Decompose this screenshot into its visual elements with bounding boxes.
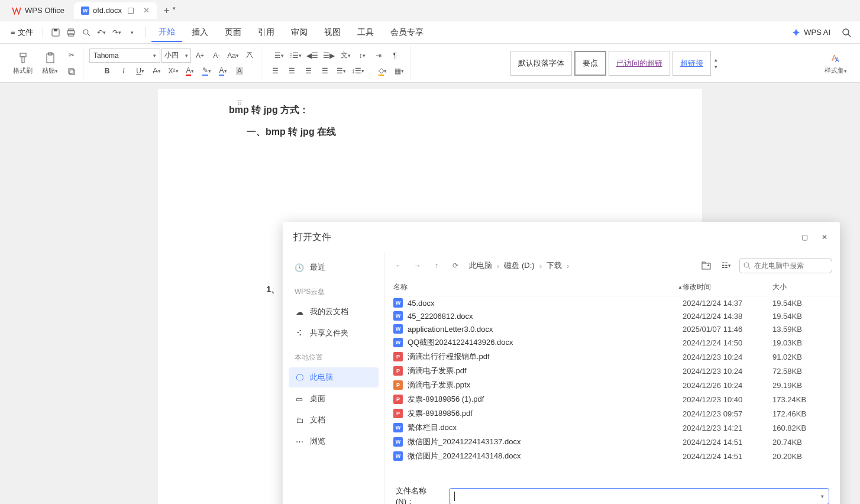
file-menu-button[interactable]: ≡ 文件 bbox=[7, 25, 37, 40]
chevron-down-icon[interactable]: ▾ bbox=[173, 5, 176, 16]
increase-indent-button[interactable]: ☰▶ bbox=[321, 48, 337, 63]
nav-forward-icon[interactable]: → bbox=[412, 260, 423, 271]
menu-insert[interactable]: 插入 bbox=[185, 24, 215, 41]
view-mode-button[interactable]: ☷▾ bbox=[719, 259, 733, 273]
italic-button[interactable]: I bbox=[116, 63, 131, 79]
search-box[interactable] bbox=[739, 258, 832, 273]
col-name-header[interactable]: 名称 ▲ bbox=[393, 282, 683, 292]
breadcrumb-item[interactable]: 下载 bbox=[547, 260, 562, 271]
paste-button[interactable]: 粘贴▾ bbox=[38, 50, 62, 76]
menu-reference[interactable]: 引用 bbox=[251, 24, 282, 41]
copy-button[interactable] bbox=[64, 64, 79, 79]
style-visited-link[interactable]: 已访问的超链 bbox=[609, 51, 670, 76]
text-direction-button[interactable]: 文▾ bbox=[338, 48, 353, 63]
grow-font-button[interactable]: A+ bbox=[192, 48, 208, 63]
font-select[interactable]: Tahoma▾ bbox=[89, 49, 160, 63]
restore-icon[interactable] bbox=[128, 8, 134, 14]
file-row[interactable]: W微信图片_20241224143137.docx2024/12/24 14:5… bbox=[385, 435, 840, 449]
distribute-button[interactable]: ☰▾ bbox=[334, 63, 349, 79]
close-icon[interactable]: ✕ bbox=[820, 232, 829, 242]
file-row[interactable]: P滴滴电子发票.pptx2024/12/26 10:2429.19KB bbox=[385, 378, 840, 392]
search-button[interactable] bbox=[840, 26, 853, 39]
show-marks-button[interactable]: ¶ bbox=[387, 48, 403, 63]
file-row[interactable]: P滴滴出行行程报销单.pdf2024/12/23 10:2491.02KB bbox=[385, 350, 840, 364]
tab-button[interactable]: ⇥ bbox=[371, 48, 386, 63]
menu-view[interactable]: 视图 bbox=[317, 24, 348, 41]
redo-button[interactable]: ↷▾ bbox=[111, 26, 124, 39]
file-row[interactable]: WQQ截图20241224143926.docx2024/12/24 14:50… bbox=[385, 335, 840, 350]
new-tab-button[interactable]: + ▾ bbox=[164, 5, 176, 16]
search-input[interactable] bbox=[754, 261, 840, 270]
breadcrumb-item[interactable]: 此电脑 bbox=[469, 260, 492, 271]
qat-more-button[interactable]: ▾ bbox=[126, 26, 139, 39]
align-center-button[interactable]: ☰ bbox=[284, 63, 299, 79]
style-scroll-up[interactable]: ▴ bbox=[714, 57, 717, 63]
align-justify-button[interactable]: ☰ bbox=[317, 63, 332, 79]
file-row[interactable]: W45_22206812.docx2024/12/24 14:3819.54KB bbox=[385, 309, 840, 322]
col-size-header[interactable]: 大小 bbox=[772, 282, 832, 292]
print-preview-button[interactable] bbox=[80, 26, 93, 39]
menu-page[interactable]: 页面 bbox=[218, 24, 248, 41]
style-set-button[interactable]: AA 样式集▾ bbox=[821, 50, 851, 76]
sidebar-my-cloud[interactable]: ☁ 我的云文档 bbox=[289, 302, 379, 322]
nav-up-icon[interactable]: ↑ bbox=[431, 260, 442, 271]
menu-start[interactable]: 开始 bbox=[151, 23, 182, 42]
sort-button[interactable]: ↕▾ bbox=[354, 48, 370, 63]
sidebar-browse[interactable]: ⋯ 浏览 bbox=[289, 431, 379, 451]
drag-handle-icon[interactable]: ⠿ bbox=[234, 98, 245, 109]
align-left-button[interactable]: ☰ bbox=[267, 63, 283, 79]
menu-member[interactable]: 会员专享 bbox=[383, 24, 431, 41]
file-row[interactable]: P发票-89189856 (1).pdf2024/12/23 10:40173.… bbox=[385, 392, 840, 406]
highlight-button[interactable]: ✎▾ bbox=[199, 63, 214, 79]
strikethrough-button[interactable]: A▾ bbox=[149, 63, 164, 79]
font-color-button[interactable]: A▾ bbox=[182, 63, 198, 79]
sidebar-this-pc[interactable]: 🖵 此电脑 bbox=[289, 367, 379, 387]
style-default[interactable]: 默认段落字体 bbox=[510, 51, 572, 76]
nav-back-icon[interactable]: ← bbox=[393, 260, 404, 271]
clear-format-button[interactable] bbox=[242, 48, 257, 63]
underline-button[interactable]: U▾ bbox=[132, 63, 148, 79]
bold-button[interactable]: B bbox=[99, 63, 115, 79]
filename-input[interactable]: ▾ bbox=[449, 488, 829, 504]
breadcrumb[interactable]: 此电脑 › 磁盘 (D:) › 下载 › bbox=[469, 260, 691, 271]
home-tab[interactable]: WPS Office bbox=[5, 2, 72, 19]
numbering-button[interactable]: ⁝☰▾ bbox=[288, 48, 303, 63]
file-row[interactable]: W繁体栏目.docx2024/12/23 14:21160.82KB bbox=[385, 421, 840, 435]
menu-tools[interactable]: 工具 bbox=[350, 24, 381, 41]
wps-ai-button[interactable]: WPS AI bbox=[792, 28, 830, 37]
menu-review[interactable]: 审阅 bbox=[284, 24, 315, 41]
sidebar-desktop[interactable]: ▭ 桌面 bbox=[289, 389, 379, 409]
file-row[interactable]: P滴滴电子发票.pdf2024/12/23 10:2472.58KB bbox=[385, 364, 840, 378]
nav-refresh-icon[interactable]: ⟳ bbox=[450, 260, 461, 271]
maximize-icon[interactable]: ▢ bbox=[800, 232, 809, 242]
bullets-button[interactable]: ☰▾ bbox=[271, 48, 287, 63]
fill-color-button[interactable]: ◇▾ bbox=[375, 63, 390, 79]
sidebar-shared[interactable]: ⠪ 共享文件夹 bbox=[289, 323, 379, 343]
file-row[interactable]: WapplicationLetter3.0.docx2025/01/07 11:… bbox=[385, 322, 840, 335]
size-select[interactable]: 小四▾ bbox=[161, 49, 191, 63]
cut-button[interactable]: ✂ bbox=[64, 47, 79, 63]
style-point[interactable]: 要点 bbox=[574, 51, 606, 76]
borders-button[interactable]: ▦▾ bbox=[392, 63, 407, 79]
new-folder-button[interactable]: + bbox=[699, 259, 713, 273]
text-effects-button[interactable]: A▾ bbox=[215, 63, 231, 79]
close-tab-icon[interactable]: ✕ bbox=[143, 6, 150, 15]
chevron-down-icon[interactable]: ▾ bbox=[821, 493, 824, 499]
format-painter-button[interactable]: 格式刷 bbox=[9, 50, 36, 76]
save-button[interactable] bbox=[49, 26, 62, 39]
file-row[interactable]: W微信图片_20241224143148.docx2024/12/24 14:5… bbox=[385, 449, 840, 463]
breadcrumb-item[interactable]: 磁盘 (D:) bbox=[504, 260, 534, 271]
undo-button[interactable]: ↶▾ bbox=[95, 26, 108, 39]
decrease-indent-button[interactable]: ◀☰ bbox=[305, 48, 320, 63]
style-scroll-down[interactable]: ▾ bbox=[714, 64, 717, 70]
superscript-button[interactable]: X²▾ bbox=[166, 63, 181, 79]
file-row[interactable]: W45.docx2024/12/24 14:3719.54KB bbox=[385, 296, 840, 309]
align-right-button[interactable]: ☰ bbox=[300, 63, 316, 79]
sidebar-documents[interactable]: 🗀 文档 bbox=[289, 410, 379, 430]
sidebar-recent[interactable]: 🕓 最近 bbox=[289, 257, 379, 277]
document-tab[interactable]: W ofd.docx ✕ bbox=[74, 2, 157, 19]
change-case-button[interactable]: Aa▾ bbox=[225, 48, 241, 63]
file-row[interactable]: P发票-89189856.pdf2024/12/23 09:57172.46KB bbox=[385, 406, 840, 421]
shrink-font-button[interactable]: A- bbox=[209, 48, 224, 63]
col-date-header[interactable]: 修改时间 bbox=[683, 282, 772, 292]
